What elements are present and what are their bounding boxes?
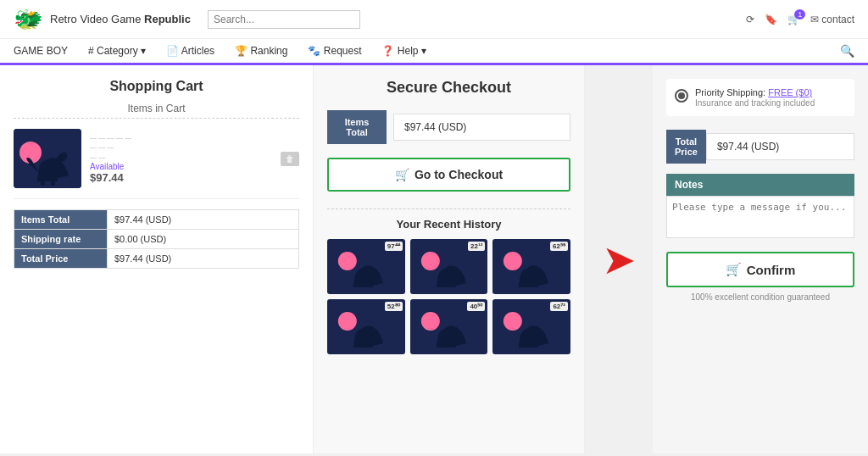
table-row: Items Total $97.44 (USD) bbox=[14, 210, 299, 230]
top-icons: ⟳ 🔖 🛒 1 ✉ contact bbox=[746, 14, 854, 25]
item-name: — — — — —— — —— — bbox=[90, 133, 272, 162]
notes-label: Notes bbox=[666, 174, 854, 196]
history-price: 62⁵⁶ bbox=[550, 242, 568, 251]
arrow-container: ➤ bbox=[585, 65, 653, 453]
svg-point-12 bbox=[338, 312, 357, 331]
items-total-row: ItemsTotal $97.44 (USD) bbox=[327, 110, 570, 144]
recent-history-label: Your Recent History bbox=[327, 209, 570, 231]
shipping-sub: Insurance and tracking included bbox=[695, 98, 815, 108]
item-price: $97.44 bbox=[90, 171, 272, 184]
site-name: Retro Video Game Republic bbox=[50, 13, 191, 25]
logo-area: 🐲 Retro Video Game Republic bbox=[14, 5, 191, 33]
items-in-cart-label: Items in Cart bbox=[14, 103, 299, 119]
list-item[interactable]: 52⁸⁰ bbox=[327, 299, 405, 354]
nav-articles[interactable]: 📄 Articles bbox=[166, 45, 214, 57]
list-item[interactable]: 40⁵⁰ bbox=[410, 299, 488, 354]
items-total-label: ItemsTotal bbox=[327, 110, 387, 144]
history-icon[interactable]: ⟳ bbox=[746, 14, 754, 25]
radio-button[interactable] bbox=[675, 89, 688, 103]
nav-gameboy[interactable]: GAME BOY bbox=[14, 45, 68, 57]
confirm-panel: Priority Shipping: FREE ($0) Insurance a… bbox=[653, 65, 868, 453]
logo-icon: 🐲 bbox=[14, 5, 43, 33]
cart-icon: 🛒 bbox=[395, 168, 409, 181]
wolf-illustration bbox=[14, 129, 81, 188]
cart-totals-table: Items Total $97.44 (USD) Shipping rate $… bbox=[14, 209, 299, 269]
total-label: TotalPrice bbox=[666, 130, 706, 164]
svg-rect-4 bbox=[51, 175, 55, 186]
secure-checkout-panel: Secure Checkout ItemsTotal $97.44 (USD) … bbox=[314, 65, 585, 453]
table-row: Total Price $97.44 (USD) bbox=[14, 249, 299, 269]
list-item[interactable]: 62⁵⁶ bbox=[492, 239, 570, 294]
total-price-row: TotalPrice $97.44 (USD) bbox=[666, 130, 854, 164]
total-price-label: Total Price bbox=[14, 249, 108, 269]
svg-point-6 bbox=[338, 252, 357, 270]
shipping-label: Priority Shipping: bbox=[695, 87, 765, 97]
goto-checkout-button[interactable]: 🛒 Go to Checkout bbox=[327, 158, 570, 192]
history-price: 22¹² bbox=[468, 242, 485, 251]
bookmark-icon[interactable]: 🔖 bbox=[765, 14, 777, 25]
shipping-option: Priority Shipping: FREE ($0) Insurance a… bbox=[666, 79, 854, 116]
items-total-value: $97.44 (USD) bbox=[393, 114, 570, 141]
nav-request[interactable]: 🐾 Request bbox=[308, 45, 361, 57]
items-total-value: $97.44 (USD) bbox=[108, 210, 299, 230]
history-price: 62⁷² bbox=[550, 302, 568, 311]
svg-point-16 bbox=[504, 312, 522, 331]
shipping-price: FREE ($0) bbox=[768, 87, 812, 97]
shipping-info: Priority Shipping: FREE ($0) Insurance a… bbox=[695, 87, 815, 108]
item-status: Available bbox=[90, 162, 272, 171]
svg-point-8 bbox=[420, 252, 439, 270]
shopping-cart-title: Shopping Cart bbox=[14, 79, 299, 94]
shopping-cart-panel: Shopping Cart Items in Cart bbox=[0, 65, 314, 453]
svg-point-14 bbox=[420, 312, 439, 331]
main-content: Shopping Cart Items in Cart bbox=[0, 65, 868, 453]
shipping-rate-label: Shipping rate bbox=[14, 230, 108, 249]
cart-icon[interactable]: 🛒 1 bbox=[787, 14, 800, 25]
shipping-rate-value: $0.00 (USD) bbox=[108, 230, 299, 249]
confirm-button[interactable]: 🛒 Confirm bbox=[666, 252, 854, 287]
svg-point-10 bbox=[504, 252, 522, 270]
search-icon[interactable]: 🔍 bbox=[840, 44, 854, 58]
nav-help[interactable]: ❓ Help ▾ bbox=[381, 45, 426, 57]
search-input[interactable] bbox=[208, 10, 360, 29]
list-item[interactable]: 97⁴⁴ bbox=[327, 239, 405, 294]
top-bar: 🐲 Retro Video Game Republic ⟳ 🔖 🛒 1 ✉ co… bbox=[0, 0, 868, 39]
nav-ranking[interactable]: 🏆 Ranking bbox=[235, 45, 287, 57]
contact-link[interactable]: ✉ contact bbox=[810, 14, 854, 25]
nav-category[interactable]: # Category ▾ bbox=[88, 45, 146, 57]
right-arrow-icon: ➤ bbox=[602, 236, 636, 283]
svg-rect-3 bbox=[41, 175, 45, 186]
total-value: $97.44 (USD) bbox=[706, 133, 854, 160]
history-price: 40⁵⁰ bbox=[467, 302, 485, 311]
history-price: 97⁴⁴ bbox=[385, 242, 403, 251]
cart-count: 1 bbox=[794, 9, 805, 19]
notes-textarea[interactable] bbox=[666, 196, 854, 238]
total-price-value: $97.44 (USD) bbox=[108, 249, 299, 269]
nav-bar: GAME BOY # Category ▾ 📄 Articles 🏆 Ranki… bbox=[0, 39, 868, 65]
checkout-title: Secure Checkout bbox=[327, 79, 570, 97]
list-item[interactable]: 62⁷² bbox=[492, 299, 570, 354]
item-details: — — — — —— — —— — Available $97.44 bbox=[90, 133, 272, 184]
confirm-cart-icon: 🛒 bbox=[726, 262, 742, 277]
cart-item: — — — — —— — —— — Available $97.44 🗑 bbox=[14, 129, 299, 199]
list-item[interactable]: 22¹² bbox=[410, 239, 488, 294]
history-price: 52⁸⁰ bbox=[385, 302, 403, 311]
confirm-label: Confirm bbox=[747, 263, 796, 277]
item-image bbox=[14, 129, 81, 188]
goto-checkout-label: Go to Checkout bbox=[415, 168, 503, 181]
table-row: Shipping rate $0.00 (USD) bbox=[14, 230, 299, 249]
delete-item-button[interactable]: 🗑 bbox=[281, 152, 299, 166]
history-grid: 97⁴⁴ 22¹² 62⁵⁶ bbox=[327, 239, 570, 354]
guarantee-text: 100% excellent condition guaranteed bbox=[666, 292, 854, 302]
items-total-label: Items Total bbox=[14, 210, 108, 230]
